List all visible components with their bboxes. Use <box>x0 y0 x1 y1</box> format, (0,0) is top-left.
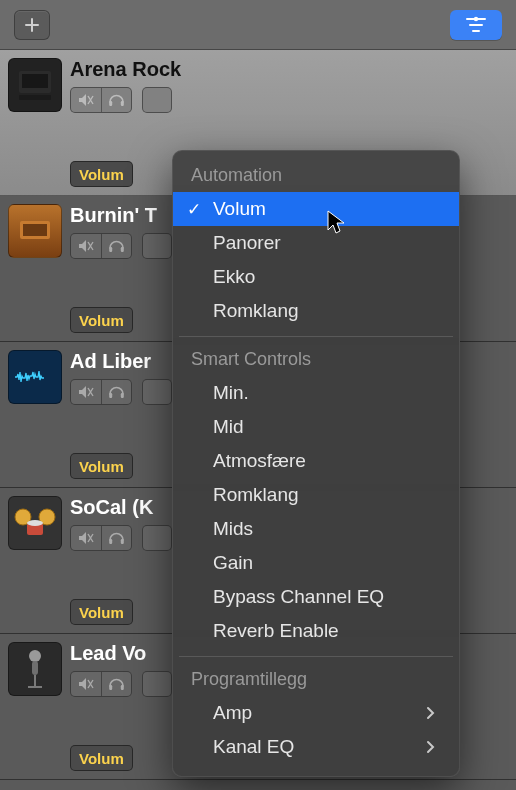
svg-rect-17 <box>121 539 124 544</box>
record-enable-button[interactable] <box>142 671 172 697</box>
headphones-button[interactable] <box>101 380 131 404</box>
svg-rect-4 <box>109 101 112 106</box>
check-icon: ✓ <box>187 199 201 220</box>
mute-solo-group <box>70 233 132 259</box>
mute-button[interactable] <box>71 526 101 550</box>
menu-item-bypass-channel-eq[interactable]: Bypass Channel EQ <box>173 580 459 614</box>
menu-item-volum[interactable]: ✓ Volum <box>173 192 459 226</box>
drums-icon <box>8 496 62 550</box>
automation-parameter-select[interactable]: Volum <box>70 599 133 625</box>
menu-item-label: Romklang <box>213 484 299 506</box>
menu-item-label: Kanal EQ <box>213 736 294 758</box>
mute-button[interactable] <box>71 380 101 404</box>
menu-item-label: Volum <box>213 198 266 220</box>
record-enable-button[interactable] <box>142 87 172 113</box>
menu-item-kanal-eq[interactable]: Kanal EQ <box>173 730 459 764</box>
svg-rect-16 <box>109 539 112 544</box>
record-enable-button[interactable] <box>142 525 172 551</box>
waveform-icon <box>8 350 62 404</box>
chevron-right-icon <box>426 740 435 754</box>
menu-item-label: Mid <box>213 416 244 438</box>
svg-rect-20 <box>109 685 112 690</box>
menu-divider <box>179 336 453 337</box>
track-thumbnail[interactable] <box>0 342 62 487</box>
automation-parameter-select[interactable]: Volum <box>70 453 133 479</box>
svg-rect-9 <box>121 247 124 252</box>
track-thumbnail[interactable] <box>0 50 62 195</box>
track-title[interactable]: Arena Rock <box>70 58 516 81</box>
menu-item-romklang[interactable]: Romklang <box>173 294 459 328</box>
menu-item-romklang-2[interactable]: Romklang <box>173 478 459 512</box>
menu-item-gain[interactable]: Gain <box>173 546 459 580</box>
amp-icon <box>8 58 62 112</box>
amp-icon <box>8 204 62 258</box>
automation-parameter-select[interactable]: Volum <box>70 745 133 771</box>
menu-item-label: Ekko <box>213 266 255 288</box>
menu-item-label: Panorer <box>213 232 281 254</box>
record-enable-button[interactable] <box>142 379 172 405</box>
automation-parameter-menu[interactable]: Automation ✓ Volum Panorer Ekko Romklang… <box>172 150 460 777</box>
menu-divider <box>179 656 453 657</box>
mute-button[interactable] <box>71 672 101 696</box>
menu-item-label: Mids <box>213 518 253 540</box>
menu-section-header: Automation <box>173 161 459 192</box>
track-thumbnail[interactable] <box>0 488 62 633</box>
automation-view-button[interactable] <box>450 10 502 40</box>
menu-item-label: Amp <box>213 702 252 724</box>
svg-rect-21 <box>121 685 124 690</box>
headphones-button[interactable] <box>101 88 131 112</box>
mute-solo-group <box>70 379 132 405</box>
svg-point-0 <box>474 16 478 20</box>
menu-item-label: Atmosfære <box>213 450 306 472</box>
svg-rect-3 <box>19 95 51 100</box>
menu-item-mids[interactable]: Mids <box>173 512 459 546</box>
svg-rect-11 <box>121 393 124 398</box>
automation-parameter-select[interactable]: Volum <box>70 307 133 333</box>
track-list: Arena Rock Volum <box>0 50 516 780</box>
menu-item-label: Gain <box>213 552 253 574</box>
mute-button[interactable] <box>71 88 101 112</box>
track-thumbnail[interactable] <box>0 634 62 779</box>
add-track-button[interactable] <box>14 10 50 40</box>
svg-point-18 <box>29 650 41 662</box>
menu-item-label: Reverb Enable <box>213 620 339 642</box>
headphones-button[interactable] <box>101 672 131 696</box>
mute-button[interactable] <box>71 234 101 258</box>
chevron-right-icon <box>426 706 435 720</box>
menu-section-header: Programtillegg <box>173 665 459 696</box>
menu-item-label: Bypass Channel EQ <box>213 586 384 608</box>
svg-rect-7 <box>23 224 47 236</box>
menu-item-label: Min. <box>213 382 249 404</box>
toolbar <box>0 0 516 50</box>
headphones-button[interactable] <box>101 526 131 550</box>
svg-rect-2 <box>22 74 48 88</box>
menu-item-amp[interactable]: Amp <box>173 696 459 730</box>
svg-point-15 <box>27 520 43 526</box>
menu-item-label: Romklang <box>213 300 299 322</box>
menu-item-reverb-enable[interactable]: Reverb Enable <box>173 614 459 648</box>
svg-rect-8 <box>109 247 112 252</box>
automation-parameter-select[interactable]: Volum <box>70 161 133 187</box>
headphones-button[interactable] <box>101 234 131 258</box>
mute-solo-group <box>70 87 132 113</box>
mute-solo-group <box>70 525 132 551</box>
menu-item-atmosfaere[interactable]: Atmosfære <box>173 444 459 478</box>
mute-solo-group <box>70 671 132 697</box>
menu-item-ekko[interactable]: Ekko <box>173 260 459 294</box>
menu-item-mid[interactable]: Mid <box>173 410 459 444</box>
menu-item-min[interactable]: Min. <box>173 376 459 410</box>
track-thumbnail[interactable] <box>0 196 62 341</box>
record-enable-button[interactable] <box>142 233 172 259</box>
svg-rect-5 <box>121 101 124 106</box>
svg-rect-19 <box>32 661 38 675</box>
menu-section-header: Smart Controls <box>173 345 459 376</box>
svg-rect-10 <box>109 393 112 398</box>
mic-icon <box>8 642 62 696</box>
menu-item-panorer[interactable]: Panorer <box>173 226 459 260</box>
